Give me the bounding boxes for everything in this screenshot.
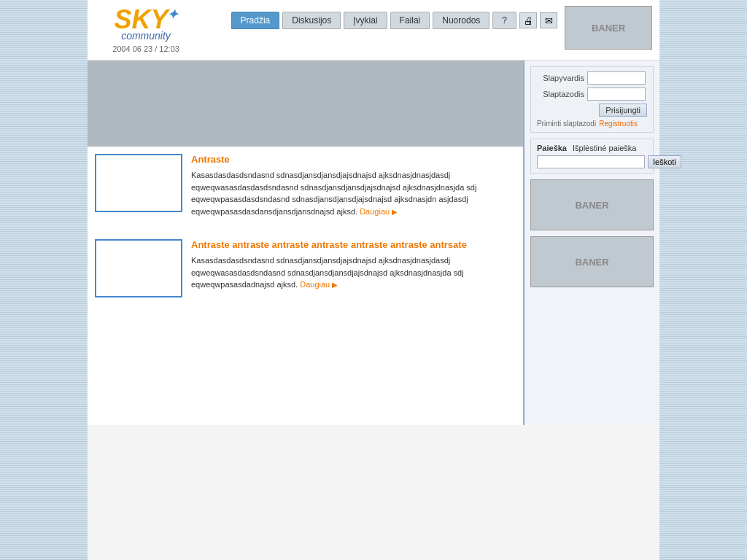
tab-ivykiai[interactable]: Įvykiai (344, 12, 387, 29)
login-btn-row: Prisijungti (537, 104, 647, 117)
header: SKY✦ community 2004 06 23 / 12:03 Pradži… (88, 0, 659, 61)
login-button[interactable]: Prisijungti (599, 104, 647, 117)
search-tab-basic[interactable]: Paieška (537, 144, 567, 152)
search-tab-advanced[interactable]: Išplėstinė paieška (573, 144, 636, 152)
search-button[interactable]: Ieškoti (648, 155, 681, 168)
article-item: Antraste Kasasdasdasdsndasnd sdnasdjansd… (95, 154, 516, 225)
tab-diskusijos[interactable]: Diskusijos (282, 12, 341, 29)
more-arrow-icon: ▶ (332, 281, 338, 289)
password-label: Slaptazodis (537, 90, 584, 98)
search-row: Ieškoti (537, 155, 647, 168)
article-body: Antraste Kasasdasdasdsndasnd sdnasdjansd… (191, 154, 516, 217)
print-button[interactable]: 🖨 (519, 12, 537, 28)
tab-help[interactable]: ? (492, 12, 516, 29)
nav-area: Pradžia Diskusijos Įvykiai Failai Nuorod… (197, 6, 652, 54)
article-thumbnail (95, 154, 182, 212)
article-more-link[interactable]: Daugiau ▶ (300, 280, 338, 289)
forgot-row: Priminti slaptazodi Registruotis (537, 120, 647, 128)
logo-community: community (121, 30, 171, 42)
article-text: Kasasdasdasdsndasnd sdnasdjansdjansdjajs… (191, 254, 516, 291)
tab-pradzia[interactable]: Pradžia (231, 12, 280, 29)
side-banner-1: BANER (530, 179, 654, 230)
username-label: Slapyvardis (537, 74, 584, 82)
article-text: Kasasdasdasdsndasnd sdnasdjansdjansdjajs… (191, 169, 516, 217)
center-column: SKY✦ community 2004 06 23 / 12:03 Pradži… (88, 0, 659, 560)
top-banner: BANER (565, 6, 652, 50)
page-wrapper: SKY✦ community 2004 06 23 / 12:03 Pradži… (0, 0, 747, 560)
article-more-link[interactable]: Daugiau ▶ (360, 207, 398, 216)
search-section: Paieška Išplėstinė paieška Ieškoti (530, 139, 654, 174)
top-image-banner (88, 61, 523, 147)
left-stripe (0, 0, 88, 560)
logo-star-icon: ✦ (167, 7, 178, 22)
main-content: Antraste Kasasdasdasdsndasnd sdnasdjansd… (88, 61, 659, 425)
logo-area: SKY✦ community 2004 06 23 / 12:03 (95, 7, 197, 53)
right-stripe (659, 0, 747, 560)
forgot-label: Priminti slaptazodi (537, 120, 596, 128)
article-title[interactable]: Antraste antraste antraste antraste antr… (191, 239, 516, 250)
username-row: Slapyvardis (537, 71, 647, 85)
date-display: 2004 06 23 / 12:03 (112, 44, 179, 53)
password-input[interactable] (587, 88, 646, 101)
register-link[interactable]: Registruotis (599, 120, 638, 128)
article-thumbnail (95, 239, 182, 298)
login-box: Slapyvardis Slaptazodis Prisijungti Prim… (530, 66, 654, 133)
article-body: Antraste antraste antraste antraste antr… (191, 239, 516, 298)
more-arrow-icon: ▶ (392, 208, 398, 216)
mail-button[interactable]: ✉ (540, 12, 557, 28)
content-left: Antraste Kasasdasdasdsndasnd sdnasdjansd… (88, 61, 525, 425)
nav-tabs-row: Pradžia Diskusijos Įvykiai Failai Nuorod… (231, 12, 557, 29)
content-right: Slapyvardis Slaptazodis Prisijungti Prim… (525, 61, 659, 425)
bottom-area (88, 425, 659, 560)
username-input[interactable] (587, 71, 646, 85)
tab-nuorodos[interactable]: Nuorodos (433, 12, 489, 29)
article-title[interactable]: Antraste (191, 154, 516, 165)
side-banner-2: BANER (530, 236, 654, 287)
search-input[interactable] (537, 155, 645, 168)
logo-sky: SKY✦ (114, 7, 177, 33)
article-list: Antraste Kasasdasdasdsndasnd sdnasdjansd… (88, 147, 523, 327)
tab-failai[interactable]: Failai (390, 12, 430, 29)
article-item: Antraste antraste antraste antraste antr… (95, 239, 516, 305)
search-tabs: Paieška Išplėstinė paieška (537, 144, 647, 152)
password-row: Slaptazodis (537, 88, 647, 101)
